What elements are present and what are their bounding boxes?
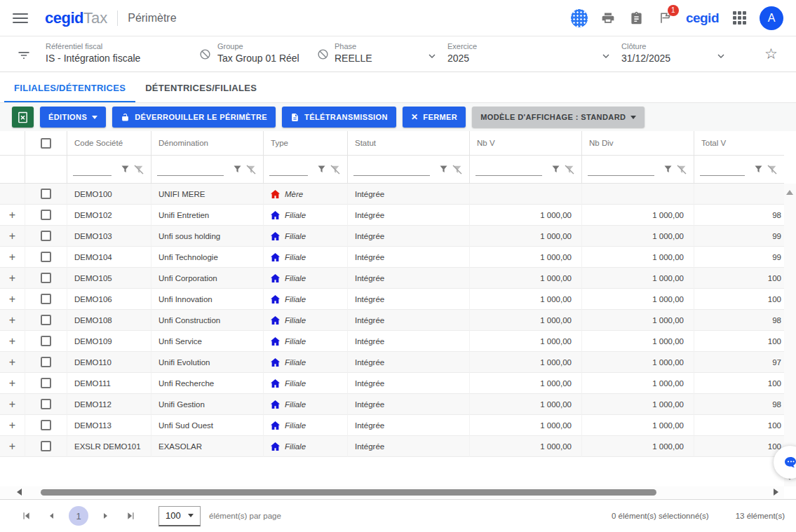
row-checkbox[interactable] — [41, 315, 51, 325]
assistant-button[interactable] — [774, 446, 796, 479]
row-checkbox[interactable] — [41, 210, 51, 220]
filter-input-statut[interactable] — [353, 163, 430, 176]
horizontal-scrollbar[interactable] — [0, 486, 784, 498]
chevron-down-icon[interactable] — [715, 50, 727, 64]
export-excel-button[interactable] — [12, 107, 34, 128]
table-row[interactable]: +DEMO103Unfi sous holdingFilialeIntégrée… — [0, 226, 784, 247]
row-checkbox[interactable] — [41, 273, 51, 283]
filter-funnel-icon[interactable] — [437, 163, 450, 176]
row-checkbox[interactable] — [41, 399, 51, 409]
menu-icon[interactable] — [13, 13, 28, 23]
teletransmission-button[interactable]: TÉLÉTRANSMISSION — [282, 107, 396, 128]
expand-row-button[interactable]: + — [9, 420, 15, 431]
table-row[interactable]: +DEMO113Unfi Sud OuestFilialeIntégrée1 0… — [0, 415, 784, 436]
select-all-checkbox[interactable] — [41, 138, 51, 149]
filter-clear-icon[interactable] — [675, 163, 688, 176]
table-row[interactable]: +DEMO112Unifi GestionFilialeIntégrée1 00… — [0, 394, 784, 415]
table-row[interactable]: +DEMO104Unfi TechnologieFilialeIntégrée1… — [0, 247, 784, 268]
filter-input-nb-div[interactable] — [588, 163, 654, 176]
last-page-button[interactable] — [122, 507, 140, 525]
column-header-type[interactable]: Type — [264, 131, 348, 156]
filter-input-code-soci-t-[interactable] — [73, 163, 112, 176]
clipboard-icon[interactable] — [628, 10, 645, 27]
row-checkbox[interactable] — [41, 420, 51, 430]
filter-funnel-icon[interactable] — [752, 163, 764, 176]
table-row[interactable]: +DEMO111Unfi RechercheFilialeIntégrée1 0… — [0, 373, 784, 394]
expand-row-button[interactable]: + — [9, 210, 15, 221]
field-cloture[interactable]: Clôture 31/12/2025 — [621, 42, 670, 64]
expand-row-button[interactable]: + — [9, 315, 15, 326]
table-row[interactable]: DEMO100UNIFI MEREMèreIntégrée — [0, 184, 784, 205]
tab-filiales-detentrices[interactable]: FILIALES/DÉTENTRICES — [4, 74, 135, 102]
filter-input-nb-v[interactable] — [475, 163, 542, 176]
filter-input-d-nomination[interactable] — [157, 163, 224, 176]
filter-clear-icon[interactable] — [451, 163, 464, 176]
filter-funnel-icon[interactable] — [231, 163, 243, 176]
table-row[interactable]: +DEMO109Unfi ServiceFilialeIntégrée1 000… — [0, 331, 784, 352]
field-groupe[interactable]: Groupe Tax Group 01 Réel — [217, 42, 299, 64]
column-header-code-soci-t-[interactable]: Code Société — [67, 131, 151, 156]
network-icon[interactable] — [571, 10, 588, 27]
table-row[interactable]: +DEMO108Unfi ConstructionFilialeIntégrée… — [0, 310, 784, 331]
table-row[interactable]: +DEMO102Unifi EntretienFilialeIntégrée1 … — [0, 205, 784, 226]
table-row[interactable]: +EXSLR DEMO101EXASOLARFilialeIntégrée1 0… — [0, 436, 784, 457]
chevron-down-icon[interactable] — [426, 50, 438, 64]
unlock-perimeter-button[interactable]: DÉVERROUILLER LE PÉRIMÈTRE — [112, 107, 276, 128]
filter-input-type[interactable] — [269, 163, 308, 176]
expand-row-button[interactable]: + — [9, 378, 15, 389]
editions-button[interactable]: ÉDITIONS — [40, 107, 106, 128]
row-checkbox[interactable] — [41, 336, 51, 346]
next-page-button[interactable] — [97, 507, 115, 525]
filter-clear-icon[interactable] — [329, 163, 342, 176]
table-row[interactable]: +DEMO110Unifi EvolutionFilialeIntégrée1 … — [0, 352, 784, 373]
field-exercice[interactable]: Exercice 2025 — [447, 42, 477, 64]
column-header-total-v[interactable]: Total V — [694, 131, 784, 156]
column-header-nb-v[interactable]: Nb V — [470, 131, 582, 156]
row-checkbox[interactable] — [41, 441, 51, 451]
flag-icon[interactable]: 1 — [657, 10, 674, 27]
filter-funnel-icon[interactable] — [549, 163, 562, 176]
current-page[interactable]: 1 — [69, 506, 88, 526]
avatar[interactable]: A — [760, 6, 783, 30]
filter-funnel-icon[interactable] — [661, 163, 674, 176]
filter-funnel-icon[interactable] — [315, 163, 328, 176]
row-checkbox[interactable] — [41, 378, 51, 388]
filter-input-total-v[interactable] — [700, 163, 745, 176]
filter-clear-icon[interactable] — [245, 163, 257, 176]
row-checkbox[interactable] — [41, 294, 51, 304]
column-header-d-nomination[interactable]: Dénomination — [151, 131, 264, 156]
filter-funnel-icon[interactable] — [119, 163, 131, 176]
field-phase[interactable]: Phase REELLE — [335, 42, 372, 64]
previous-page-button[interactable] — [42, 507, 60, 525]
scroll-left-icon[interactable] — [17, 489, 22, 496]
scroll-right-icon[interactable] — [774, 489, 778, 496]
print-icon[interactable] — [600, 10, 616, 27]
favorite-star-icon[interactable]: ☆ — [764, 46, 778, 62]
row-checkbox[interactable] — [41, 231, 51, 241]
filter-list-icon[interactable] — [17, 48, 31, 65]
filter-clear-icon[interactable] — [563, 163, 576, 176]
table-row[interactable]: +DEMO105Unfi CorporationFilialeIntégrée1… — [0, 268, 784, 289]
per-page-select[interactable]: 100 — [158, 506, 201, 526]
table-row[interactable]: +DEMO106Unfi InnovationFilialeIntégrée1 … — [0, 289, 784, 310]
apps-grid-icon[interactable] — [731, 10, 748, 27]
expand-row-button[interactable]: + — [9, 399, 15, 410]
first-page-button[interactable] — [17, 507, 35, 525]
column-header-nb-div[interactable]: Nb Div — [582, 131, 694, 156]
expand-row-button[interactable]: + — [9, 273, 15, 284]
display-model-button[interactable]: MODÈLE D'AFFICHAGE : STANDARD — [472, 107, 645, 128]
fermer-button[interactable]: ✕ FERMER — [403, 107, 466, 128]
chevron-down-icon[interactable] — [600, 50, 612, 64]
expand-row-button[interactable]: + — [9, 336, 15, 347]
row-checkbox[interactable] — [41, 357, 51, 367]
filter-clear-icon[interactable] — [133, 163, 145, 176]
filter-clear-icon[interactable] — [766, 163, 778, 176]
tab-detentrices-filiales[interactable]: DÉTENTRICES/FILIALES — [135, 74, 267, 102]
field-referentiel-fiscal[interactable]: Référentiel fiscal IS - Intégration fisc… — [46, 42, 140, 64]
expand-row-button[interactable]: + — [9, 357, 15, 368]
vertical-scrollbar[interactable] — [784, 184, 796, 486]
column-header-statut[interactable]: Statut — [348, 131, 470, 156]
horizontal-scroll-thumb[interactable] — [41, 489, 656, 496]
row-checkbox[interactable] — [41, 252, 51, 262]
row-checkbox[interactable] — [41, 189, 51, 199]
